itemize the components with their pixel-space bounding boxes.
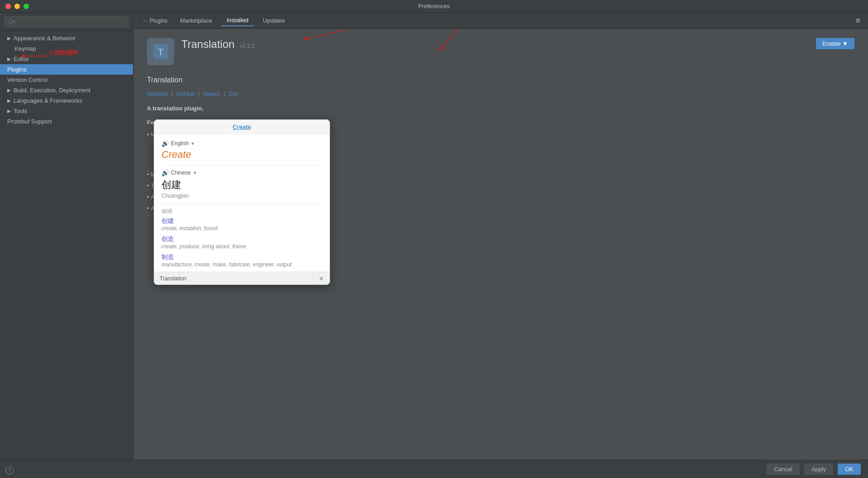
english-label: 🔊 English ▼ bbox=[161, 140, 322, 147]
tab-label: Installed bbox=[226, 17, 248, 24]
maximize-button[interactable] bbox=[24, 4, 29, 9]
dropdown-arrow-icon[interactable]: ▼ bbox=[190, 141, 195, 146]
sidebar-item-label: Languages & Frameworks bbox=[14, 97, 82, 104]
divider bbox=[161, 165, 322, 166]
def-synonyms-3: manufacture, create, make, fabricate, en… bbox=[161, 261, 322, 268]
plugin-title-section: Translation v2.3.2 bbox=[181, 38, 809, 51]
tab-label: Marketplace bbox=[180, 17, 212, 24]
cancel-button[interactable]: Cancel bbox=[767, 464, 799, 475]
search-input[interactable] bbox=[5, 16, 128, 27]
sidebar-item-appearance[interactable]: ▶ Appearance & Behavior bbox=[0, 33, 133, 43]
ok-button[interactable]: OK bbox=[838, 464, 861, 475]
sidebar-item-label: Plugins bbox=[7, 66, 27, 73]
sidebar-item-label: Keymap bbox=[14, 45, 36, 52]
tab-installed[interactable]: Installed bbox=[221, 15, 254, 26]
back-arrow-icon: ← bbox=[142, 18, 148, 24]
tab-label: Updates bbox=[263, 17, 285, 24]
translation-close-button[interactable]: ✕ bbox=[319, 275, 324, 282]
content-area: ← Plugins Marketplace Installed Updates … bbox=[133, 13, 868, 460]
svg-line-2 bbox=[305, 30, 346, 39]
plugin-tabs: ← Plugins Marketplace Installed Updates … bbox=[133, 13, 868, 29]
translation-bottom-bar: Translation ✕ bbox=[154, 272, 330, 284]
minimize-button[interactable] bbox=[14, 4, 20, 9]
plugin-title-heading: Translation bbox=[147, 74, 854, 86]
popup-pointer bbox=[238, 119, 245, 120]
pinyin: Chuàngjian bbox=[161, 193, 322, 199]
translation-bottom-title: Translation bbox=[160, 275, 186, 282]
pos-label: 动词 bbox=[161, 208, 322, 215]
plugin-subtitle: A translation plugin. bbox=[147, 104, 854, 114]
tab-updates[interactable]: Updates bbox=[258, 15, 290, 26]
website-link[interactable]: Website bbox=[147, 90, 168, 97]
plugin-header: T Translation v2.3.2 Enable ▼ bbox=[147, 38, 854, 65]
plugin-content: T Translation v2.3.2 Enable ▼ Translatio… bbox=[133, 29, 868, 460]
divider-2 bbox=[161, 204, 322, 204]
plugin-version: v2.3.2 bbox=[240, 43, 255, 49]
sidebar-item-languages[interactable]: ▶ Languages & Frameworks bbox=[0, 95, 133, 106]
enable-button[interactable]: Enable ▼ bbox=[816, 38, 854, 49]
settings-icon[interactable]: ⚙ bbox=[854, 15, 863, 26]
english-section: 🔊 English ▼ Create bbox=[161, 140, 322, 161]
apply-button[interactable]: Apply bbox=[804, 464, 834, 475]
speaker-icon[interactable]: 🔊 bbox=[161, 140, 169, 147]
sidebar-search-container bbox=[0, 13, 133, 31]
speaker-icon-2[interactable]: 🔊 bbox=[161, 169, 169, 176]
sidebar-item-protobuf[interactable]: Protobuf Support bbox=[0, 116, 133, 127]
chinese-lang-name: Chinese bbox=[171, 170, 191, 176]
def-synonyms-2: create, produce, bring about, frame bbox=[161, 243, 322, 250]
sidebar-item-label: Appearance & Behavior bbox=[14, 35, 75, 42]
english-word: Create bbox=[161, 149, 322, 161]
chinese-section: 🔊 Chinese ▼ 创建 Chuàngjian bbox=[161, 169, 322, 199]
sidebar-item-label: Build, Execution, Deployment bbox=[14, 87, 90, 94]
titlebar: Preferences bbox=[0, 0, 868, 13]
expand-arrow-icon: ▶ bbox=[7, 88, 11, 93]
tab-marketplace[interactable]: Marketplace bbox=[175, 15, 217, 26]
sidebar-item-label: Version Control bbox=[7, 76, 47, 83]
sidebar-item-label: Tools bbox=[14, 108, 27, 114]
def-synonyms-1: create, establish, found bbox=[161, 225, 322, 232]
back-to-plugins-button[interactable]: ← Plugins bbox=[139, 16, 171, 26]
doc-link[interactable]: Doc bbox=[229, 90, 239, 97]
sidebar-item-plugins[interactable]: Plugins bbox=[0, 64, 133, 75]
def-entry-3: 制造 manufacture, create, make, fabricate,… bbox=[161, 253, 322, 268]
back-label: Plugins bbox=[150, 18, 167, 24]
def-entry-2: 创造 create, produce, bring about, frame bbox=[161, 235, 322, 250]
close-button[interactable] bbox=[5, 4, 11, 9]
github-link[interactable]: GitHub bbox=[176, 90, 194, 97]
bottom-bar: Cancel Apply OK bbox=[0, 460, 868, 478]
sidebar-item-keymap[interactable]: Keymap bbox=[0, 43, 133, 54]
plugin-icon: T bbox=[147, 38, 174, 65]
window-controls bbox=[5, 4, 29, 9]
sidebar-item-label: Protobuf Support bbox=[7, 118, 52, 125]
def-word-3: 制造 bbox=[161, 253, 322, 261]
chinese-label: 🔊 Chinese ▼ bbox=[161, 169, 322, 176]
main-layout: ▶ Appearance & Behavior Keymap ▶ Editor … bbox=[0, 13, 868, 460]
sidebar-item-build[interactable]: ▶ Build, Execution, Deployment bbox=[0, 85, 133, 95]
sidebar-item-version-control[interactable]: Version Control bbox=[0, 75, 133, 85]
sidebar: ▶ Appearance & Behavior Keymap ▶ Editor … bbox=[0, 13, 133, 460]
issues-link[interactable]: Issues bbox=[203, 90, 220, 97]
def-word-1: 创建 bbox=[161, 217, 322, 225]
window-title: Preferences bbox=[418, 3, 450, 9]
chinese-word: 创建 bbox=[161, 178, 322, 192]
expand-arrow-icon: ▶ bbox=[7, 57, 11, 62]
english-lang-name: English bbox=[171, 140, 189, 147]
svg-text:T: T bbox=[158, 47, 163, 57]
expand-arrow-icon: ▶ bbox=[7, 98, 11, 103]
sidebar-items: ▶ Appearance & Behavior Keymap ▶ Editor … bbox=[0, 31, 133, 460]
translation-popup: Create 🔊 English ▼ Create bbox=[154, 119, 330, 285]
def-entry-1: 创建 create, establish, found bbox=[161, 217, 322, 232]
dropdown-arrow-icon-2[interactable]: ▼ bbox=[193, 170, 197, 175]
sidebar-item-tools[interactable]: ▶ Tools bbox=[0, 106, 133, 116]
popup-title: Create bbox=[154, 120, 330, 134]
sidebar-item-editor[interactable]: ▶ Editor bbox=[0, 54, 133, 64]
help-icon[interactable]: ? bbox=[5, 466, 14, 474]
plugin-links: Website | GitHub | Issues | Doc bbox=[147, 90, 854, 99]
sidebar-item-label: Editor bbox=[14, 56, 29, 62]
tabs-right: ⚙ bbox=[854, 15, 863, 26]
plugin-name: Translation bbox=[181, 38, 235, 50]
expand-arrow-icon: ▶ bbox=[7, 36, 11, 41]
popup-body: 🔊 English ▼ Create 🔊 Chinese ▼ bbox=[154, 134, 330, 284]
def-word-2: 创造 bbox=[161, 235, 322, 243]
plugin-name-row: Translation v2.3.2 bbox=[181, 38, 809, 51]
